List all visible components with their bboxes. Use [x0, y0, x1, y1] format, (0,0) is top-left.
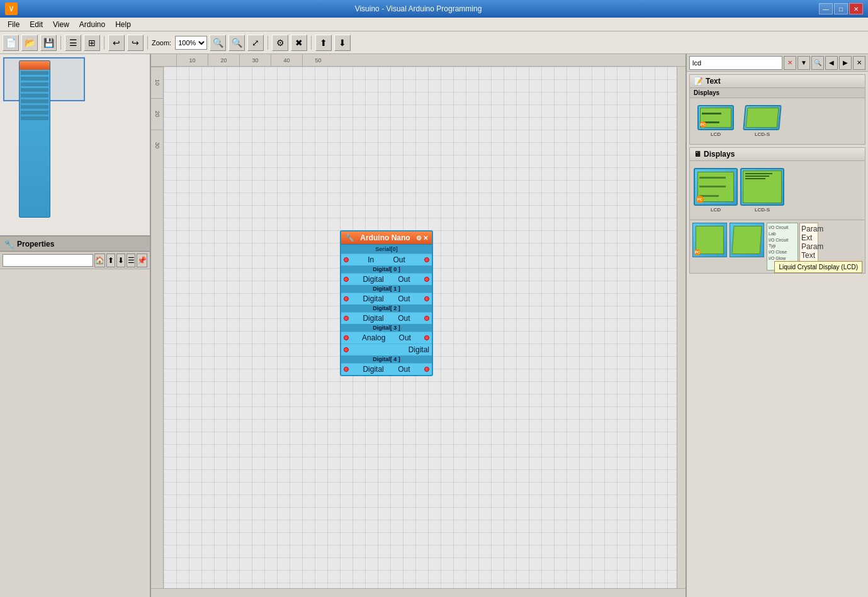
lcd-screen-large-2 [743, 170, 782, 203]
minimap-row-1 [21, 71, 48, 75]
search-settings-btn[interactable]: ✕ [853, 56, 865, 70]
menu-edit[interactable]: Edit [25, 19, 48, 30]
undo-button[interactable]: ↩ [108, 35, 125, 51]
displays-pin-badge-1: PC [696, 196, 704, 203]
d4-out-pin [424, 367, 429, 372]
displays-item-2[interactable]: LCD-S [740, 165, 784, 216]
properties-search-input[interactable] [3, 254, 93, 267]
search-clear-btn[interactable]: ✕ [784, 56, 796, 70]
d0-out-pin [424, 277, 429, 282]
generate-button[interactable]: ⚙ [272, 35, 288, 51]
digital-3b-row: Digital [341, 343, 432, 355]
canvas-scrollbar-h[interactable] [151, 588, 685, 597]
search-filter-btn[interactable]: ▼ [798, 56, 810, 70]
digital-0-row: Digital Out [341, 273, 432, 285]
zoom-select[interactable]: 100% 50% 75% 125% 150% 200% [175, 36, 207, 50]
select-all-button[interactable]: ☰ [65, 35, 81, 51]
menu-view[interactable]: View [48, 19, 74, 30]
canvas[interactable]: 🔧 Arduino Nano ⚙ ✕ Serial[0] In Out [164, 67, 677, 588]
compile-button[interactable]: ✖ [291, 35, 307, 51]
prop-btn-4[interactable]: ☰ [127, 254, 135, 267]
canvas-area[interactable]: 10 20 30 40 50 10 20 30 🔧 Arduino Nano ⚙ [151, 54, 685, 597]
open-button[interactable]: 📂 [21, 35, 38, 51]
text-section-icon: 📝 [694, 77, 703, 86]
prop-btn-2[interactable]: ⬆ [106, 254, 115, 267]
d2-in-pin [344, 316, 349, 321]
digital-4-header: Digital[ 4 ] [341, 355, 432, 363]
digital-0-header: Digital[ 0 ] [341, 265, 432, 273]
arduino-settings-icon[interactable]: ⚙ [416, 235, 422, 242]
search-next-btn[interactable]: ▶ [839, 56, 852, 70]
ruler-v-10: 10 [151, 67, 163, 98]
properties-title: Properties [17, 240, 54, 248]
redo-button[interactable]: ↪ [127, 35, 144, 51]
maximize-button[interactable]: □ [834, 3, 848, 14]
minimap[interactable] [0, 54, 150, 237]
displays-ext-thumb-1[interactable]: PC [692, 223, 727, 257]
grid-button[interactable]: ⊞ [84, 35, 100, 51]
prop-btn-3[interactable]: ⬇ [116, 254, 125, 267]
lcd-line-c [745, 178, 765, 179]
menu-arduino[interactable]: Arduino [74, 19, 110, 30]
serial-out-label: Out [393, 255, 405, 264]
lcd-content-2 [743, 171, 781, 181]
ruler-mark-50: 50 [302, 54, 334, 66]
toolbar: 📄 📂 💾 ☰ ⊞ ↩ ↪ Zoom: 100% 50% 75% 125% 15… [0, 31, 868, 54]
properties-panel: 🔧 Properties 🏠 ⬆ ⬇ ☰ 📌 [0, 237, 150, 597]
wiring-r-2: Param [801, 242, 816, 251]
lcd-item-2[interactable]: LCD-S [740, 102, 784, 140]
minimap-row-8 [21, 111, 48, 114]
lcd-screen-2 [746, 108, 779, 128]
close-button[interactable]: ✕ [849, 3, 863, 14]
canvas-with-ruler: 10 20 30 🔧 Arduino Nano ⚙ ✕ Serial[0] [151, 67, 685, 588]
canvas-scrollbar-v[interactable] [677, 67, 685, 588]
zoom-out-button[interactable]: 🔍 [228, 35, 245, 51]
digital-1-row: Digital Out [341, 293, 432, 304]
prop-btn-5[interactable]: 📌 [137, 254, 147, 267]
toolbar-sep-5 [311, 36, 312, 50]
wiring-r-1: Param Ext [801, 225, 816, 242]
menu-bar: File Edit View Arduino Help [0, 18, 868, 31]
prop-btn-1[interactable]: 🏠 [94, 254, 105, 267]
download-button[interactable]: ⬇ [334, 35, 351, 51]
component-search-input[interactable] [689, 56, 782, 70]
analog-label: Analog [362, 333, 385, 342]
minimap-row-7 [21, 105, 48, 109]
displays-ext-thumb-2[interactable] [730, 223, 764, 257]
search-icon-btn[interactable]: 🔍 [811, 56, 824, 70]
toolbar-sep-2 [104, 36, 104, 50]
menu-help[interactable]: Help [110, 19, 136, 30]
arduino-name: Arduino Nano [360, 233, 410, 242]
lcd-label-2: LCD-S [755, 131, 770, 137]
zoom-fit-button[interactable]: ⤢ [247, 35, 264, 51]
minimize-button[interactable]: — [819, 3, 833, 14]
save-button[interactable]: 💾 [40, 35, 57, 51]
ruler-top: 10 20 30 40 50 [151, 54, 685, 67]
displays-item-1[interactable]: PC LCD [694, 165, 738, 216]
d0-out-label: Out [398, 275, 410, 284]
d4-in-pin [344, 367, 349, 372]
upload-button[interactable]: ⬆ [315, 35, 332, 51]
ruler-mark-20: 20 [208, 54, 239, 66]
properties-icon: 🔧 [4, 239, 14, 249]
lcd-item-1[interactable]: PC LCD [694, 102, 738, 140]
main-layout: 🔧 Properties 🏠 ⬆ ⬇ ☰ 📌 10 20 30 40 50 [0, 54, 868, 597]
title-bar-left: V [5, 3, 18, 15]
serial-in-pin [344, 255, 349, 264]
wiring-diagram: I/O Circuit Lab I/O Circuit Typ I/O Clos… [767, 223, 862, 271]
d0-in-pin [344, 277, 349, 282]
arduino-nano-component[interactable]: 🔧 Arduino Nano ⚙ ✕ Serial[0] In Out [340, 230, 433, 376]
displays-extended: PC I/O Circuit Lab I/O Circuit Typ [690, 220, 865, 273]
properties-header: 🔧 Properties [0, 237, 150, 252]
zoom-in-button[interactable]: 🔍 [210, 35, 226, 51]
menu-file[interactable]: File [3, 19, 25, 30]
search-prev-btn[interactable]: ◀ [825, 56, 838, 70]
new-button[interactable]: 📄 [3, 35, 19, 51]
serial-row: In Out [341, 254, 432, 265]
ruler-mark-10: 10 [176, 54, 208, 66]
arduino-close-icon[interactable]: ✕ [423, 235, 428, 242]
displays-label-1: LCD [711, 207, 721, 213]
displays-ext-wiring: I/O Circuit Lab I/O Circuit Typ I/O Clos… [767, 223, 862, 271]
wiring-right: Param Ext Param Text Di... [799, 223, 818, 271]
digital-2-header: Digital[ 2 ] [341, 304, 432, 312]
